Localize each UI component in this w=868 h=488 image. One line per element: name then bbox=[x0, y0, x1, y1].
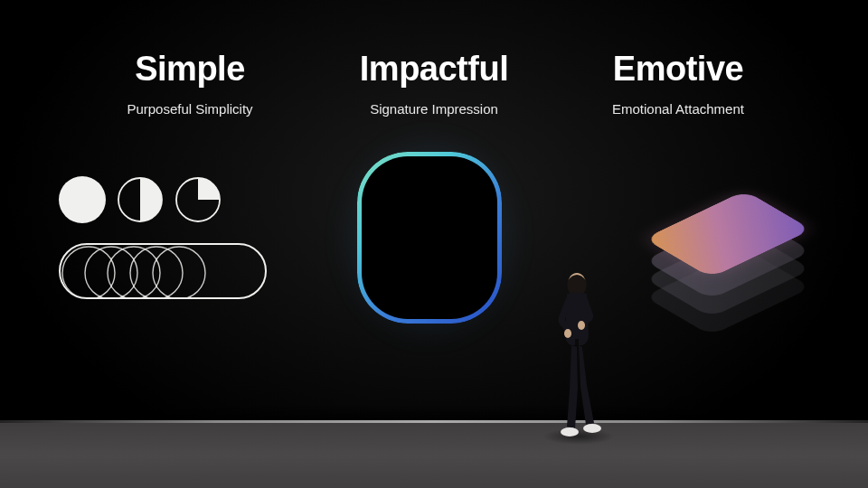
shapes-row bbox=[59, 176, 285, 223]
graphic-squircle bbox=[357, 152, 511, 333]
heading-impactful: Impactful bbox=[360, 50, 508, 89]
subheading-simple: Purposeful Simplicity bbox=[127, 101, 252, 117]
svg-point-11 bbox=[583, 424, 601, 433]
headings-row: Simple Purposeful Simplicity Impactful S… bbox=[0, 50, 868, 117]
squircle-glow-icon bbox=[357, 152, 502, 324]
heading-emotive: Emotive bbox=[613, 50, 743, 89]
pill-overlapping-circles-icon bbox=[59, 243, 267, 299]
svg-point-9 bbox=[578, 321, 585, 330]
subheading-emotive: Emotional Attachment bbox=[612, 101, 744, 117]
subheading-impactful: Signature Impression bbox=[370, 101, 498, 117]
svg-point-8 bbox=[564, 329, 571, 338]
stage-floor bbox=[0, 423, 868, 488]
half-moon-icon bbox=[117, 176, 164, 223]
column-simple: Simple Purposeful Simplicity bbox=[72, 50, 307, 117]
column-emotive: Emotive Emotional Attachment bbox=[561, 50, 796, 117]
graphic-simple-shapes bbox=[59, 176, 285, 299]
heading-simple: Simple bbox=[135, 50, 245, 89]
graphic-layered-tiles bbox=[633, 172, 814, 334]
svg-point-10 bbox=[561, 427, 579, 436]
column-impactful: Impactful Signature Impression bbox=[316, 50, 552, 117]
presenter-figure bbox=[550, 271, 604, 438]
circle-full-icon bbox=[59, 176, 106, 223]
stage-shadow bbox=[0, 404, 868, 420]
pie-quarter-icon bbox=[175, 176, 222, 223]
